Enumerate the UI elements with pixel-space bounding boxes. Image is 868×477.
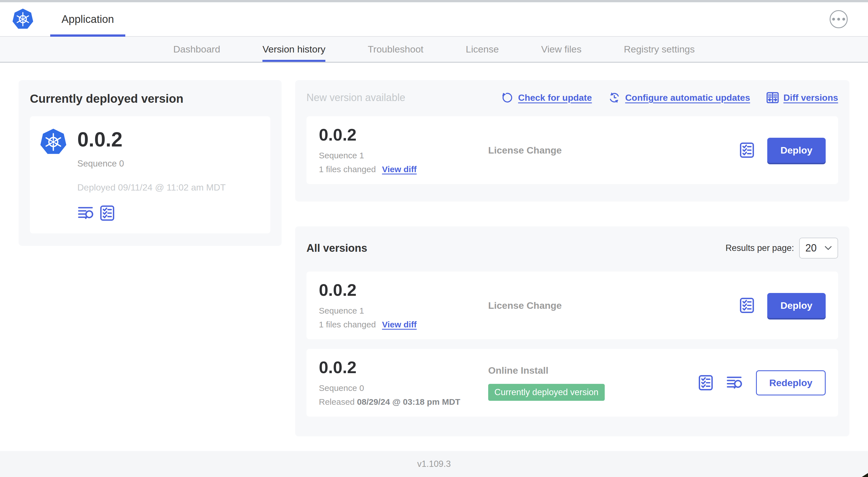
version-source-column: License Change: [488, 300, 739, 311]
app-tab-application[interactable]: Application: [50, 2, 125, 36]
version-number: 0.0.2: [319, 359, 488, 376]
version-info: 0.0.2 Sequence 1 1 files changed View di…: [319, 282, 488, 329]
tab-license[interactable]: License: [466, 37, 499, 62]
diff-versions-label: Diff versions: [783, 93, 838, 103]
new-version-panel: New version available Check for update C…: [295, 80, 849, 202]
window-top-edge: [0, 0, 868, 2]
logs-icon[interactable]: [77, 206, 95, 221]
tab-view-files[interactable]: View files: [541, 37, 582, 62]
version-sequence: Sequence 0: [319, 383, 488, 393]
all-versions-panel: All versions Results per page: 20 0.0.2 …: [295, 226, 849, 436]
ellipsis-dot: [837, 18, 840, 21]
deployed-info: 0.0.2 Sequence 0 Deployed 09/11/24 @ 11:…: [77, 126, 226, 221]
kubernetes-app-icon: [39, 128, 67, 156]
version-row-actions: Redeploy: [698, 370, 826, 395]
configure-automatic-updates-label: Configure automatic updates: [625, 93, 750, 103]
right-column: New version available Check for update C…: [295, 80, 849, 451]
deployed-version-number: 0.0.2: [77, 129, 226, 150]
version-number: 0.0.2: [319, 126, 488, 143]
results-per-page-value: 20: [805, 242, 817, 254]
app-subnav: Dashboard Version history Troubleshoot L…: [0, 37, 868, 63]
deploy-button[interactable]: Deploy: [767, 293, 826, 318]
currently-deployed-card: 0.0.2 Sequence 0 Deployed 09/11/24 @ 11:…: [30, 116, 270, 233]
files-changed-text: 1 files changed: [319, 320, 376, 329]
version-source-column: License Change: [488, 145, 739, 156]
refresh-icon: [501, 91, 514, 104]
results-per-page-label: Results per page:: [725, 243, 794, 253]
diff-icon: [767, 91, 779, 104]
released-label: Released: [319, 397, 355, 407]
diff-versions-link[interactable]: Diff versions: [767, 91, 838, 104]
version-source: License Change: [488, 300, 731, 311]
new-version-header: New version available Check for update C…: [306, 91, 838, 104]
new-version-row: 0.0.2 Sequence 1 1 files changed View di…: [306, 116, 838, 184]
version-actions: Check for update Configure automatic upd…: [501, 91, 838, 104]
redeploy-button[interactable]: Redeploy: [756, 370, 826, 395]
overflow-menu-button[interactable]: [830, 10, 848, 28]
files-changed-text: 1 files changed: [319, 165, 376, 174]
results-per-page: Results per page: 20: [725, 238, 838, 259]
version-source-column: Online Install Currently deployed versio…: [488, 365, 698, 401]
tab-registry-settings[interactable]: Registry settings: [624, 37, 695, 62]
version-info: 0.0.2 Sequence 0 Released 08/29/24 @ 03:…: [319, 359, 488, 407]
version-sequence: Sequence 1: [319, 306, 488, 316]
kubernetes-logo-icon: [12, 8, 34, 30]
configure-automatic-updates-link[interactable]: Configure automatic updates: [608, 91, 750, 104]
app-tab-label: Application: [62, 13, 114, 25]
view-diff-link[interactable]: View diff: [382, 165, 417, 174]
preflight-checklist-icon[interactable]: [739, 142, 755, 158]
tab-troubleshoot[interactable]: Troubleshoot: [368, 37, 423, 62]
version-sequence: Sequence 1: [319, 151, 488, 160]
version-source: License Change: [488, 145, 731, 156]
deployed-timestamp: Deployed 09/11/24 @ 11:02 am MDT: [77, 182, 226, 193]
preflight-checklist-icon[interactable]: [739, 297, 755, 313]
tab-version-history[interactable]: Version history: [262, 37, 326, 62]
version-source: Online Install: [488, 365, 689, 376]
deployed-sequence: Sequence 0: [77, 159, 226, 169]
version-row: 0.0.2 Sequence 0 Released 08/29/24 @ 03:…: [306, 349, 838, 417]
check-for-update-label: Check for update: [518, 93, 592, 103]
deployed-card-actions: [77, 205, 226, 221]
main-content: Currently deployed version 0.0.2 Sequenc…: [0, 63, 868, 451]
currently-deployed-title: Currently deployed version: [30, 92, 270, 106]
clock-refresh-icon: [608, 91, 621, 104]
app-manager-version: v1.109.3: [417, 459, 451, 469]
chevron-down-icon: [825, 246, 832, 250]
check-for-update-link[interactable]: Check for update: [501, 91, 592, 104]
all-versions-header: All versions Results per page: 20: [306, 238, 838, 259]
logs-icon[interactable]: [726, 375, 744, 390]
files-changed-row: 1 files changed View diff: [319, 165, 488, 174]
app-header: Application: [0, 2, 868, 37]
preflight-checklist-icon[interactable]: [99, 205, 115, 221]
footer: v1.109.3: [0, 451, 868, 477]
deploy-button[interactable]: Deploy: [767, 138, 826, 163]
currently-deployed-panel: Currently deployed version 0.0.2 Sequenc…: [19, 80, 282, 246]
version-number: 0.0.2: [319, 282, 488, 299]
version-row-actions: Deploy: [739, 138, 826, 163]
version-info: 0.0.2 Sequence 1 1 files changed View di…: [319, 126, 488, 174]
released-timestamp: Released 08/29/24 @ 03:18 pm MDT: [319, 397, 488, 407]
currently-deployed-badge: Currently deployed version: [488, 384, 605, 401]
all-versions-title: All versions: [306, 242, 367, 254]
files-changed-row: 1 files changed View diff: [319, 320, 488, 329]
version-row: 0.0.2 Sequence 1 1 files changed View di…: [306, 271, 838, 339]
version-row-actions: Deploy: [739, 293, 826, 318]
preflight-checklist-icon[interactable]: [698, 375, 714, 391]
released-date: 08/29/24 @ 03:18 pm MDT: [357, 397, 460, 407]
ellipsis-dot: [842, 18, 845, 21]
mouse-cursor: [862, 473, 868, 477]
tab-dashboard[interactable]: Dashboard: [173, 37, 220, 62]
view-diff-link[interactable]: View diff: [382, 320, 417, 329]
new-version-title: New version available: [306, 92, 405, 103]
ellipsis-dot: [832, 18, 835, 21]
results-per-page-select[interactable]: 20: [799, 238, 838, 259]
